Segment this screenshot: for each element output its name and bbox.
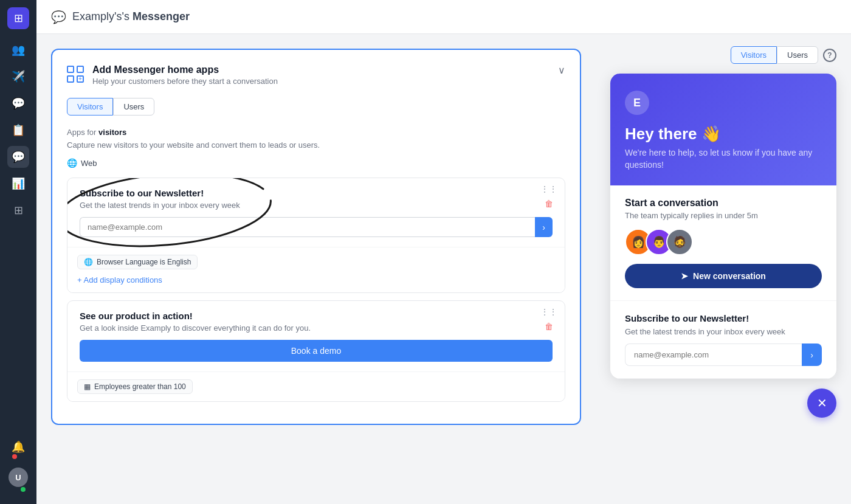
content: + Add Messenger home apps Help your cust… (36, 34, 851, 504)
sidebar-item-inbox[interactable]: 📋 (7, 119, 29, 141)
display-conditions: 🌐 Browser Language is English + Add disp… (67, 247, 565, 292)
delete-icon-2[interactable]: 🗑 (545, 322, 553, 331)
messenger-widget: E Hey there 👋 We're here to help, so let… (610, 74, 836, 379)
apps-desc: Capture new visitors to your website and… (67, 140, 565, 150)
product-app-card: See our product in action! Get a look in… (67, 300, 565, 402)
send-icon: ➤ (681, 271, 688, 281)
globe-icon: 🌐 (67, 158, 77, 168)
product-app-actions: ⋮⋮ 🗑 (540, 307, 557, 331)
online-dot (21, 487, 26, 492)
sidebar-item-chat[interactable]: 💬 (7, 92, 29, 114)
card-icon: + (67, 64, 84, 83)
sidebar-item-notifications[interactable]: 🔔 (7, 436, 29, 458)
right-panel: Visitors Users ? E Hey there 👋 We're her… (596, 34, 851, 504)
tab-visitors[interactable]: Visitors (67, 98, 113, 116)
card-text: Add Messenger home apps Help your custom… (92, 64, 278, 86)
main-card: + Add Messenger home apps Help your cust… (51, 49, 581, 425)
employees-icon: ▦ (84, 382, 91, 391)
drag-icon[interactable]: ⋮⋮ (540, 184, 557, 194)
book-demo-button[interactable]: Book a demo (80, 340, 553, 362)
preview-tab-visitors[interactable]: Visitors (731, 46, 777, 64)
newsletter-input-row: › (625, 343, 822, 366)
newsletter-app-card: Subscribe to our Newsletter! Get the lat… (67, 178, 565, 293)
messenger-greeting: Hey there 👋 (625, 125, 822, 143)
close-widget-button[interactable]: ✕ (807, 388, 836, 418)
newsletter-input[interactable] (625, 343, 802, 366)
card-header: + Add Messenger home apps Help your cust… (67, 64, 565, 86)
left-panel: + Add Messenger home apps Help your cust… (36, 34, 596, 504)
agent-avatar-3: 🧔 (666, 229, 693, 255)
delete-icon[interactable]: 🗑 (545, 199, 553, 209)
product-desc: Get a look inside Examply to discover ev… (80, 323, 553, 333)
newsletter-app-actions: ⋮⋮ 🗑 (540, 184, 557, 209)
avatar[interactable]: U (9, 468, 28, 487)
tab-group: Visitors Users (67, 98, 565, 116)
tab-users[interactable]: Users (113, 98, 154, 116)
logo-letter: E (633, 97, 641, 109)
new-conversation-button[interactable]: ➤ New conversation (625, 264, 822, 288)
sidebar-item-campaigns[interactable]: ✈️ (7, 66, 29, 88)
sidebar-bottom: 🔔 U (7, 436, 29, 497)
email-input-row: › (80, 217, 553, 237)
card-subtitle: Help your customers before they start a … (92, 77, 278, 86)
newsletter-title: Subscribe to our Newsletter! (80, 188, 553, 198)
card-title: Add Messenger home apps (92, 64, 278, 75)
sidebar-item-contacts[interactable]: 👥 (7, 39, 29, 61)
messenger-body: Start a conversation The team typically … (610, 185, 836, 379)
newsletter-desc: Get the latest trends in your inbox ever… (80, 201, 553, 210)
newsletter-preview-title: Subscribe to our Newsletter! (625, 313, 822, 323)
right-panel-header: Visitors Users ? (610, 46, 836, 64)
collapse-button[interactable]: ∨ (558, 64, 565, 76)
start-conversation-card: Start a conversation The team typically … (610, 185, 836, 301)
newsletter-app-inner: Subscribe to our Newsletter! Get the lat… (67, 178, 565, 247)
messenger-icon: 💬 (51, 10, 66, 24)
sidebar-item-reports[interactable]: 📊 (7, 173, 29, 195)
main: 💬 Examply's's Messenger (36, 0, 851, 504)
messenger-subtext: We're here to help, so let us know if yo… (625, 147, 822, 171)
preview-tab-group: Visitors Users (731, 46, 818, 64)
sidebar: ⊞ 👥 ✈️ 💬 📋 💬 📊 ⊞ 🔔 U (0, 0, 36, 504)
sidebar-item-apps[interactable]: ⊞ (7, 199, 29, 221)
email-submit-button[interactable]: › (535, 217, 553, 237)
page-title: Examply's's Messenger (72, 10, 190, 23)
language-icon: 🌐 (84, 258, 93, 266)
condition-badge: 🌐 Browser Language is English (77, 255, 198, 269)
drag-icon-2[interactable]: ⋮⋮ (540, 307, 557, 317)
messenger-logo: E (625, 91, 649, 115)
start-conv-desc: The team typically replies in under 5m (625, 211, 822, 220)
employees-badge: ▦ Employees greater than 100 (77, 379, 193, 394)
newsletter-preview-desc: Get the latest trends in your inbox ever… (625, 327, 822, 336)
sidebar-logo: ⊞ (7, 7, 29, 29)
add-condition-button[interactable]: + Add display conditions (77, 275, 162, 285)
card-header-left: + Add Messenger home apps Help your cust… (67, 64, 278, 86)
apps-for-label: Apps for visitors (67, 128, 565, 137)
start-conv-title: Start a conversation (625, 198, 822, 209)
preview-tab-users[interactable]: Users (777, 46, 818, 64)
avatar-row: 👩 👨 🧔 (625, 229, 822, 255)
newsletter-preview-card: Subscribe to our Newsletter! Get the lat… (610, 301, 836, 379)
topbar: 💬 Examply's's Messenger (36, 0, 851, 34)
sidebar-item-messages[interactable]: 💬 (7, 146, 29, 168)
icon-sq-plus: + (77, 75, 84, 83)
shown-on: 🌐 Web (67, 158, 565, 168)
product-app-inner: See our product in action! Get a look in… (67, 301, 565, 371)
newsletter-submit-button[interactable]: › (802, 343, 822, 366)
messenger-hero: E Hey there 👋 We're here to help, so let… (610, 74, 836, 185)
product-display-conditions: ▦ Employees greater than 100 (67, 371, 565, 401)
icon-sq-2 (77, 66, 84, 73)
icon-sq-1 (67, 66, 74, 73)
help-icon[interactable]: ? (823, 49, 836, 62)
email-input[interactable] (80, 217, 535, 237)
product-title: See our product in action! (80, 311, 553, 321)
notification-dot (12, 454, 17, 459)
icon-sq-3 (67, 75, 74, 83)
